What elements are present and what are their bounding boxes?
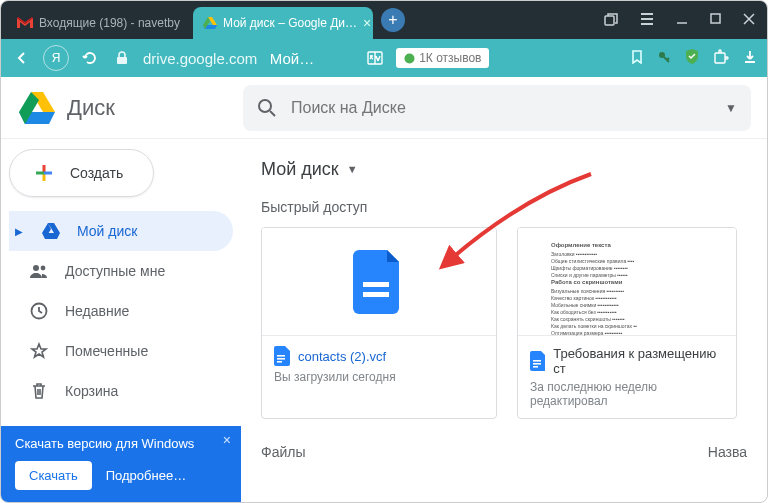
star-icon	[29, 341, 49, 361]
svg-rect-16	[533, 360, 541, 362]
svg-rect-18	[533, 366, 538, 368]
breadcrumb[interactable]: Мой диск ▼	[261, 147, 747, 191]
col-files[interactable]: Файлы	[261, 444, 305, 460]
file-thumb: Оформление текста Заголовки ▪▪▪▪▪▪▪▪▪▪▪▪…	[518, 228, 736, 336]
extensions-icon[interactable]	[713, 49, 729, 68]
svg-rect-14	[277, 358, 285, 360]
download-icon[interactable]	[743, 50, 757, 67]
svg-rect-0	[605, 16, 614, 25]
svg-rect-17	[533, 363, 541, 365]
svg-rect-1	[711, 14, 720, 23]
url-path: Мой…	[270, 50, 314, 67]
docs-icon	[530, 351, 545, 371]
nav-recent[interactable]: Недавние	[9, 291, 233, 331]
learn-more-link[interactable]: Подробнее…	[106, 468, 186, 483]
nav-label: Корзина	[65, 383, 118, 399]
file-thumb	[262, 228, 496, 336]
people-icon	[29, 261, 49, 281]
svg-point-8	[33, 265, 39, 271]
nav-starred[interactable]: Помеченные	[9, 331, 233, 371]
tab-label: Мой диск – Google Ди…	[223, 16, 357, 30]
file-name-row: contacts (2).vcf	[274, 346, 484, 366]
app-header: Диск ▼	[1, 77, 767, 139]
docs-icon	[274, 346, 290, 366]
create-label: Создать	[70, 165, 123, 181]
download-button[interactable]: Скачать	[15, 461, 92, 490]
file-name: contacts (2).vcf	[298, 349, 386, 364]
yandex-icon[interactable]: Я	[43, 45, 69, 71]
drive-small-icon	[41, 221, 61, 241]
app-title: Диск	[67, 95, 115, 121]
create-button[interactable]: Создать	[9, 149, 154, 197]
nav-trash[interactable]: Корзина	[9, 371, 233, 411]
nav-label: Доступные мне	[65, 263, 165, 279]
reviews-badge[interactable]: 1К отзывов	[396, 48, 489, 68]
chevron-down-icon: ▼	[347, 163, 358, 175]
nav-label: Помеченные	[65, 343, 148, 359]
window-close-icon[interactable]	[743, 13, 755, 27]
reload-icon[interactable]	[79, 47, 101, 69]
nav-my-drive[interactable]: ▶ Мой диск	[9, 211, 233, 251]
drive-logo[interactable]: Диск	[17, 90, 227, 126]
main-content: Мой диск ▼ Быстрый доступ contacts	[241, 139, 767, 503]
maximize-icon[interactable]	[710, 13, 721, 27]
shield-icon[interactable]	[685, 49, 699, 68]
breadcrumb-label: Мой диск	[261, 159, 339, 180]
docs-file-icon	[353, 250, 405, 314]
file-card[interactable]: Оформление текста Заголовки ▪▪▪▪▪▪▪▪▪▪▪▪…	[517, 227, 737, 419]
browser-urlbar: Я drive.google.com Мой… 1К отзывов	[1, 39, 767, 77]
file-name-row: Требования к размещению ст	[530, 346, 724, 376]
translate-icon[interactable]	[364, 47, 386, 69]
file-card[interactable]: contacts (2).vcf Вы загрузили сегодня	[261, 227, 497, 419]
quick-access-title: Быстрый доступ	[261, 199, 747, 215]
back-icon[interactable]	[11, 47, 33, 69]
search-bar[interactable]: ▼	[243, 85, 751, 131]
close-icon[interactable]: ×	[363, 15, 371, 31]
sidebar: Создать ▶ Мой диск Доступные мне Недавни…	[1, 139, 241, 503]
menu-icon[interactable]	[640, 13, 654, 27]
tabs-overview-icon[interactable]	[604, 13, 618, 27]
bookmark-icon[interactable]	[631, 50, 643, 67]
file-subtitle: Вы загрузили сегодня	[274, 370, 484, 384]
address-text[interactable]: drive.google.com Мой…	[143, 50, 314, 67]
clock-icon	[29, 301, 49, 321]
nav-shared[interactable]: Доступные мне	[9, 251, 233, 291]
nav-label: Мой диск	[77, 223, 137, 239]
svg-point-9	[41, 266, 46, 271]
svg-rect-12	[363, 292, 389, 297]
nav: ▶ Мой диск Доступные мне Недавние Помече…	[9, 211, 233, 411]
svg-rect-11	[363, 282, 389, 287]
tab-drive[interactable]: Мой диск – Google Ди… ×	[193, 7, 373, 39]
drive-icon	[203, 15, 217, 31]
gmail-icon	[17, 15, 33, 31]
browser-titlebar: Входящие (198) - navetby Мой диск – Goog…	[1, 1, 767, 39]
tab-gmail[interactable]: Входящие (198) - navetby	[7, 7, 187, 39]
promo-close-icon[interactable]: ×	[223, 432, 231, 448]
new-tab-button[interactable]: +	[381, 8, 405, 32]
svg-rect-2	[117, 57, 127, 64]
chevron-right-icon: ▶	[15, 226, 25, 237]
promo-title: Скачать версию для Windows	[15, 436, 227, 451]
list-columns: Файлы Назва	[261, 443, 747, 460]
nav-label: Недавние	[65, 303, 129, 319]
plus-icon	[30, 159, 58, 187]
col-name[interactable]: Назва	[708, 444, 747, 460]
download-promo: × Скачать версию для Windows Скачать Под…	[1, 426, 241, 503]
drive-logo-icon	[17, 90, 57, 126]
tab-label: Входящие (198) - navetby	[39, 16, 180, 30]
trash-icon	[29, 381, 49, 401]
svg-point-4	[405, 53, 415, 63]
search-input[interactable]	[291, 99, 711, 117]
url-host: drive.google.com	[143, 50, 257, 67]
svg-rect-15	[277, 361, 282, 363]
svg-point-7	[259, 100, 271, 112]
lock-icon	[111, 47, 133, 69]
file-subtitle: За последнюю неделю редактировал	[530, 380, 724, 408]
search-icon	[257, 98, 277, 118]
quick-access-cards: contacts (2).vcf Вы загрузили сегодня Оф…	[261, 227, 747, 419]
svg-rect-6	[715, 53, 725, 63]
search-options-icon[interactable]: ▼	[725, 101, 737, 115]
key-icon[interactable]	[657, 50, 671, 67]
svg-rect-13	[277, 355, 285, 357]
minimize-icon[interactable]	[676, 13, 688, 27]
